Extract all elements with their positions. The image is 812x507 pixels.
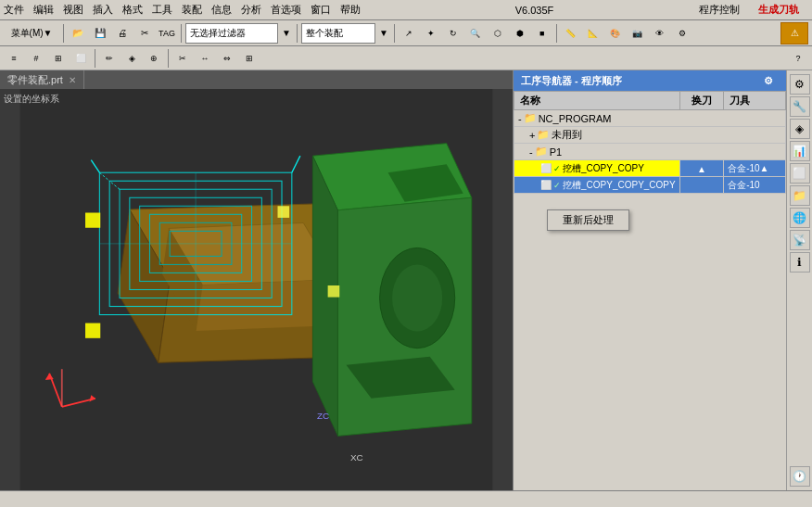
- tb-analysis-btn[interactable]: 📐: [583, 23, 603, 44]
- menu-item-program-ctrl[interactable]: 程序控制: [699, 3, 740, 17]
- separator-3: [297, 24, 298, 43]
- scene-viewport-svg: XC ZC: [0, 89, 513, 490]
- tb-wire-btn[interactable]: ⬡: [488, 23, 508, 44]
- menu-item-window[interactable]: 窗口: [311, 3, 331, 17]
- tb2-sep2: [168, 49, 169, 68]
- menu-dropdown-btn[interactable]: 菜单(M)▼: [4, 23, 59, 44]
- op1-name-cell: ⬜ ✓ 挖槽_COPY_COPY: [514, 160, 680, 177]
- menu-item-edit[interactable]: 编辑: [33, 3, 54, 17]
- extend-icon: ↔: [201, 54, 209, 63]
- close-tab-icon[interactable]: ✕: [69, 75, 76, 85]
- sidebar-icon-signal[interactable]: 📡: [790, 230, 810, 250]
- tb2-btn-8[interactable]: ✂: [172, 48, 193, 69]
- panel-settings-icon[interactable]: ⚙: [758, 70, 779, 91]
- menu-item-insert[interactable]: 插入: [93, 3, 113, 17]
- feature-icon: ◈: [129, 54, 135, 63]
- tb-shade-btn[interactable]: ■: [532, 23, 552, 44]
- tb2-btn-6[interactable]: ◈: [121, 48, 142, 69]
- tb-view-btn[interactable]: 👁: [650, 23, 670, 44]
- col-tool-change: 换刀: [679, 92, 723, 110]
- context-menu-item-reprocess[interactable]: 重新后处理: [548, 210, 628, 230]
- tb-select-btn[interactable]: ↗: [399, 23, 419, 44]
- tb2-btn-1[interactable]: ≡: [4, 48, 24, 69]
- svg-text:ZC: ZC: [317, 411, 329, 421]
- tb2-btn-11[interactable]: ⊞: [239, 48, 260, 69]
- tb2-btn-7[interactable]: ⊕: [144, 48, 164, 69]
- table-row[interactable]: - 📁 NC_PROGRAM: [514, 110, 786, 127]
- tb-btn-3[interactable]: 🖨: [112, 23, 133, 44]
- svg-rect-30: [278, 206, 290, 218]
- toolbar-secondary: ≡ # ⊞ ⬜ ✏ ◈ ⊕ ✂ ↔ ⇔ ⊞ ?: [0, 46, 812, 70]
- op1-tool: 合金-10▲: [724, 160, 786, 177]
- table-row[interactable]: + 📁 未用到: [514, 127, 786, 144]
- op2-name-cell: ⬜ ✓ 挖槽_COPY_COPY_COPY: [514, 177, 680, 194]
- tb2-btn-4[interactable]: ⬜: [70, 48, 91, 69]
- expand-p1[interactable]: -: [529, 146, 533, 158]
- tb-btn-4[interactable]: ✂: [134, 23, 155, 44]
- expand-unused[interactable]: +: [529, 130, 535, 141]
- menu-item-view[interactable]: 视图: [63, 3, 83, 17]
- table-row[interactable]: - 📁 P1: [514, 144, 786, 160]
- menu-item-help[interactable]: 帮助: [340, 3, 361, 17]
- tb2-btn-2[interactable]: #: [26, 48, 46, 69]
- op2-checkbox: ✓: [553, 181, 561, 190]
- sidebar-icon-globe[interactable]: 🌐: [790, 208, 810, 228]
- viewport-3d[interactable]: 零件装配.prt ✕ 设置的坐标系: [0, 70, 513, 490]
- generate-toolpath-label[interactable]: 生成刀轨: [758, 3, 799, 17]
- tb-move-btn[interactable]: ✦: [421, 23, 441, 44]
- svg-text:XC: XC: [350, 452, 363, 463]
- tb2-btn-9[interactable]: ↔: [195, 48, 215, 69]
- type-dropdown[interactable]: 整个装配: [301, 23, 375, 44]
- filter-dropdown[interactable]: 无选择过滤器: [185, 23, 278, 44]
- menu-item-format[interactable]: 格式: [122, 3, 143, 17]
- tb-btn-1[interactable]: 📂: [68, 23, 88, 44]
- sidebar-icon-op2[interactable]: ◈: [790, 119, 810, 139]
- sidebar-icon-op1[interactable]: 🔧: [790, 96, 810, 117]
- table-row[interactable]: ⬜ ✓ 挖槽_COPY_COPY_COPY 合金-10: [514, 177, 786, 194]
- menu-item-analysis[interactable]: 分析: [241, 3, 261, 17]
- tb-measure-btn[interactable]: 📏: [561, 23, 581, 44]
- sidebar-icon-settings[interactable]: ⚙: [790, 74, 810, 95]
- tb-render-btn[interactable]: 🎨: [605, 23, 626, 44]
- dims-icon: ⊞: [55, 54, 62, 63]
- menu-item-tools[interactable]: 工具: [152, 3, 172, 17]
- tb-btn-5[interactable]: TAG: [157, 23, 177, 44]
- p1-icon: 📁: [535, 146, 548, 158]
- viewport-tab[interactable]: 零件装配.prt ✕: [0, 70, 84, 89]
- tb-btn-2[interactable]: 💾: [90, 23, 110, 44]
- menu-item-assembly[interactable]: 装配: [182, 3, 202, 17]
- tb-camera-btn[interactable]: 📷: [628, 23, 648, 44]
- op2-icon: ⬜: [540, 180, 552, 190]
- menu-item-info[interactable]: 信息: [211, 3, 232, 17]
- sidebar-icon-op4[interactable]: ⬜: [790, 163, 810, 184]
- tb-zoom-btn[interactable]: 🔍: [465, 23, 486, 44]
- separator-4: [394, 24, 395, 43]
- tb2-right-1[interactable]: ?: [788, 48, 808, 69]
- tb-rotate-btn[interactable]: ↻: [443, 23, 463, 44]
- tb-right-icon-1[interactable]: ⚠: [780, 22, 808, 44]
- pattern-icon: ⊕: [150, 54, 158, 63]
- tag-icon: TAG: [159, 29, 175, 38]
- separator-1: [63, 24, 64, 43]
- menu-item-file[interactable]: 文件: [4, 3, 24, 17]
- table-row[interactable]: ⬜ ✓ 挖槽_COPY_COPY ▲ 合金-10▲: [514, 160, 786, 177]
- context-menu[interactable]: 重新后处理: [547, 209, 629, 231]
- tool-table: 名称 换刀 刀具 - 📁 NC_PROGRAM: [514, 91, 786, 194]
- tb-misc-btn[interactable]: ⚙: [672, 23, 692, 44]
- tb-solid-btn[interactable]: ⬢: [510, 23, 530, 44]
- trim-icon: ✂: [179, 54, 186, 63]
- sidebar-icon-clock[interactable]: 🕐: [790, 466, 810, 487]
- sidebar-icon-op5[interactable]: 📁: [790, 185, 810, 206]
- separator-5: [556, 24, 557, 43]
- op1-toolchange: ▲: [679, 160, 723, 177]
- tb2-btn-10[interactable]: ⇔: [217, 48, 237, 69]
- tb2-btn-3[interactable]: ⊞: [48, 48, 69, 69]
- tb2-btn-5[interactable]: ✏: [99, 48, 120, 69]
- sidebar-icon-info[interactable]: ℹ: [790, 252, 810, 273]
- svg-point-12: [392, 264, 442, 331]
- sidebar-icon-op3[interactable]: 📊: [790, 141, 810, 161]
- expand-nc-program[interactable]: -: [518, 113, 522, 124]
- save-icon: 💾: [95, 28, 106, 38]
- op1-icon: ⬜: [540, 163, 552, 173]
- menu-item-prefs[interactable]: 首选项: [271, 3, 301, 17]
